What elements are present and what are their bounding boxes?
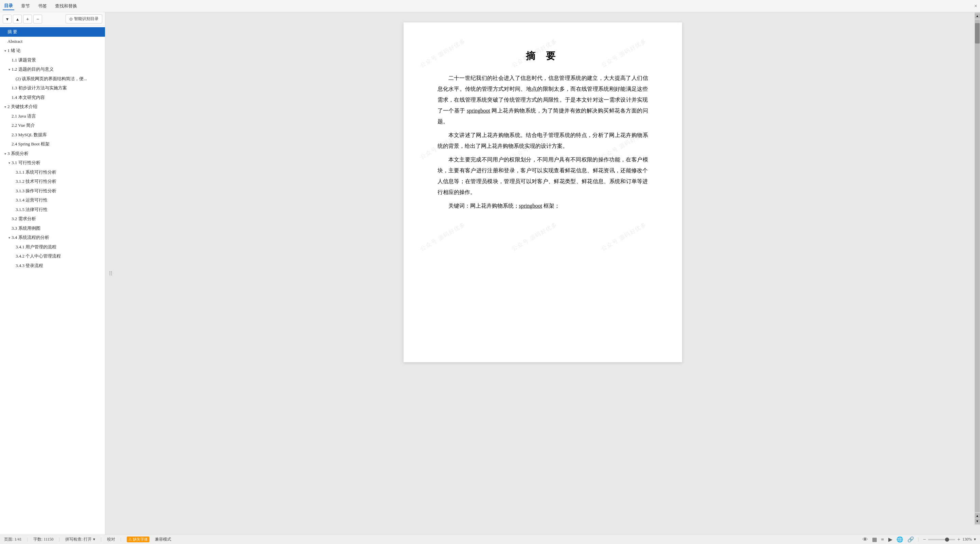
toc-item-label: 1 绪 论	[8, 48, 21, 53]
toc-tree: 摘 要 Abstract▾1 绪 论 1.1 课题背景▾1.2 选题的目的与意义…	[0, 26, 105, 534]
globe-icon[interactable]: 🌐	[896, 536, 903, 542]
zoom-out-button[interactable]: −	[923, 536, 926, 542]
zoom-slider-thumb[interactable]	[945, 538, 949, 542]
tab-toc[interactable]: 目录	[3, 2, 14, 10]
toc-item-label: 1.4 本文研究内容	[11, 95, 45, 100]
page-info: 页面: 1/41	[4, 536, 22, 542]
tab-bookmark[interactable]: 书签	[37, 2, 48, 10]
table-icon[interactable]: ▦	[872, 536, 877, 542]
toc-item-label: 3.1.4 运营可行性	[16, 197, 48, 202]
document-page: 公众号 源码好优多公众号 源码好优多公众号 源码好优多公众号 源码好优多公众号 …	[404, 22, 682, 362]
toc-toggle-icon[interactable]: ▾	[3, 48, 8, 53]
add-button[interactable]: +	[23, 14, 32, 24]
document-scroll[interactable]: 公众号 源码好优多公众号 源码好优多公众号 源码好优多公众号 源码好优多公众号 …	[105, 12, 980, 534]
toc-item[interactable]: 3.4.2 个人中心管理流程	[0, 251, 105, 261]
toc-toggle-icon[interactable]: ▾	[3, 104, 8, 110]
toc-item[interactable]: ▾1.2 选题的目的与意义	[0, 65, 105, 74]
toc-item-label: 3.1.1 系统可行性分析	[16, 170, 56, 175]
toc-item[interactable]: 2.3 MySQL 数据库	[0, 130, 105, 140]
scroll-down-button[interactable]: ▾	[3, 14, 11, 24]
play-icon[interactable]: ▶	[888, 536, 892, 542]
zoom-dropdown-button[interactable]: ▾	[974, 537, 976, 542]
drag-handle[interactable]: ⠿	[109, 270, 113, 277]
toc-item[interactable]: 3.1.4 运营可行性	[0, 196, 105, 205]
springboot-link-2: springboot	[519, 203, 542, 208]
minus-button[interactable]: −	[33, 14, 42, 24]
tab-find-replace[interactable]: 查找和替换	[54, 2, 78, 10]
zoom-percent-label: 130%	[963, 537, 972, 542]
toc-item[interactable]: 3.1.3 操作可行性分析	[0, 186, 105, 196]
toc-item[interactable]: 3.1.2 技术可行性分析	[0, 177, 105, 186]
toc-item-label: 3.4.3 登录流程	[16, 263, 43, 268]
link-icon[interactable]: 🔗	[907, 536, 914, 542]
toc-item[interactable]: 1.3 初步设计方法与实施方案	[0, 83, 105, 93]
scroll-up-small[interactable]: ▲	[975, 514, 980, 518]
scroll-up-button[interactable]: ▴	[13, 14, 22, 24]
document-area: ⠿ 公众号 源码好优多公众号 源码好优多公众号 源码好优多公众号 源码好优多公众…	[105, 12, 980, 534]
toc-item[interactable]: 2.2 Vue 简介	[0, 121, 105, 130]
toc-item[interactable]: 2.4 Spring Boot 框架	[0, 139, 105, 149]
scroll-down-small[interactable]: ▼	[975, 519, 980, 523]
paragraph-1: 二十一世纪我们的社会进入了信息时代，信息管理系统的建立，大大提高了人们信息化水平…	[438, 73, 648, 127]
toc-item[interactable]: 3.4.1 用户管理的流程	[0, 242, 105, 252]
close-button[interactable]: ×	[974, 3, 977, 9]
list-icon[interactable]: ≡	[881, 536, 884, 542]
toc-item-label: 1.3 初步设计方法与实施方案	[11, 85, 67, 91]
toc-item-label: 3.4 系统流程的分析	[11, 235, 49, 240]
toc-item-label: 2.1 Java 语言	[11, 113, 36, 119]
eye-icon[interactable]: 👁	[862, 536, 868, 542]
toc-item[interactable]: 1.4 本文研究内容	[0, 93, 105, 102]
tab-chapter[interactable]: 章节	[20, 2, 31, 10]
paragraph-keywords: 关键词：网上花卉购物系统；springboot 框架；	[438, 200, 648, 212]
proofread-button[interactable]: 校对	[107, 536, 115, 542]
toc-item[interactable]: 2.1 Java 语言	[0, 111, 105, 121]
smart-icon: ⊙	[69, 17, 73, 21]
toc-item-label: 3.3 系统用例图	[11, 226, 40, 231]
toc-item[interactable]: 3.2 需求分析	[0, 214, 105, 224]
toc-item[interactable]: ▾3.1 可行性分析	[0, 158, 105, 167]
toc-toggle-icon[interactable]: ▾	[7, 67, 11, 72]
toc-item[interactable]: ▾1 绪 论	[0, 46, 105, 56]
toc-item[interactable]: (2) 该系统网页的界面结构简洁，便...	[0, 74, 105, 84]
toc-item-label: 1.2 选题的目的与意义	[11, 67, 54, 72]
toc-item[interactable]: 3.4.3 登录流程	[0, 261, 105, 270]
toc-item-label: 3.1 可行性分析	[11, 160, 40, 165]
toc-item[interactable]: 摘 要	[0, 27, 105, 37]
toc-toggle-icon[interactable]: ▾	[3, 151, 8, 156]
scroll-top-button[interactable]: ▲	[975, 14, 980, 18]
toc-item-label: 3.4.1 用户管理的流程	[16, 244, 56, 250]
toc-item[interactable]: 1.1 课题背景	[0, 56, 105, 65]
proofread-label: 校对	[107, 536, 115, 542]
toc-item[interactable]: Abstract	[0, 37, 105, 46]
compat-mode-label: 兼容模式	[155, 536, 171, 542]
toc-toggle-icon[interactable]: ▾	[7, 235, 11, 240]
status-bar: 页面: 1/41 | 字数: 11150 | 拼写检查: 打开 ▾ | 校对 |…	[0, 534, 980, 544]
scrollbar-thumb[interactable]	[975, 23, 980, 43]
toc-item[interactable]: 3.1.1 系统可行性分析	[0, 167, 105, 177]
smart-toc-button[interactable]: ⊙ 智能识别目录	[65, 14, 102, 24]
zoom-in-button[interactable]: +	[957, 536, 960, 542]
toc-item-label: 3.1.5 法律可行性	[16, 207, 48, 212]
watermark: 公众号 源码好优多	[600, 221, 648, 253]
toc-item-label: 3.1.3 操作可行性分析	[16, 188, 56, 193]
scrollbar-track[interactable]	[975, 20, 980, 512]
word-count: 字数: 11150	[33, 536, 53, 542]
sidebar: ▾ ▴ + − ⊙ 智能识别目录 摘 要 Abstract▾1 绪 论 1.1 …	[0, 12, 105, 534]
toc-item-label: 2.2 Vue 简介	[11, 122, 35, 128]
toc-item-label: 3 系统分析	[8, 151, 29, 156]
toc-item[interactable]: 3.1.5 法律可行性	[0, 205, 105, 215]
toc-item-label: 2 关键技术介绍	[8, 104, 37, 109]
word-count-label: 字数: 11150	[33, 536, 53, 542]
spell-check[interactable]: 拼写检查: 打开 ▾	[65, 536, 95, 542]
toc-toggle-icon[interactable]: ▾	[7, 161, 11, 165]
warning-icon: ⚠	[129, 537, 132, 542]
toc-item[interactable]: ▾3.4 系统流程的分析	[0, 233, 105, 242]
toc-item-label: 3.1.2 技术可行性分析	[16, 179, 56, 184]
spell-toggle-icon[interactable]: ▾	[93, 537, 95, 542]
zoom-slider[interactable]	[928, 539, 955, 540]
right-scroll-bar: ▲ ▲ ▼	[975, 12, 980, 525]
top-navigation-bar: 目录 章节 书签 查找和替换 ×	[0, 0, 980, 12]
toc-item[interactable]: ▾3 系统分析	[0, 149, 105, 158]
toc-item[interactable]: ▾2 关键技术介绍	[0, 102, 105, 111]
toc-item[interactable]: 3.3 系统用例图	[0, 224, 105, 233]
